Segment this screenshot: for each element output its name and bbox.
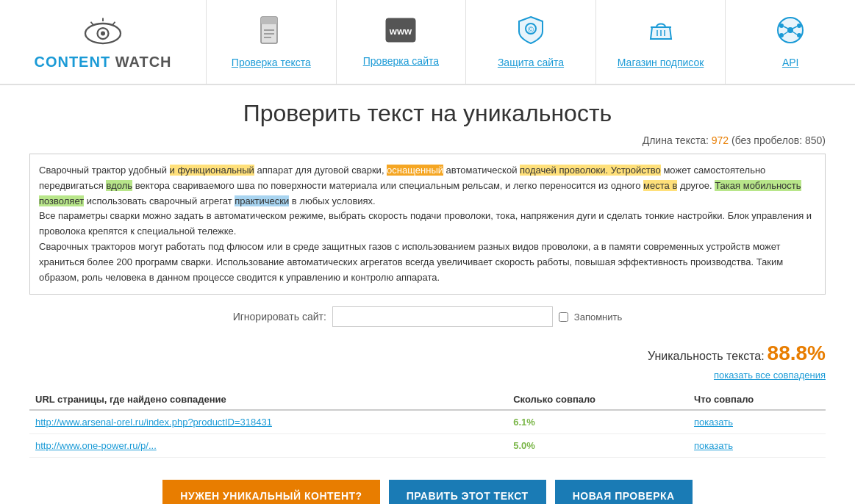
nav-shop-label: Магазин подписок	[618, 57, 704, 68]
svg-text:www: www	[389, 26, 412, 37]
result-url-2[interactable]: http://www.one-power.ru/p/...	[35, 440, 157, 451]
svg-point-21	[779, 24, 784, 28]
header: CONTENT WATCH Проверка текста www Провер…	[0, 0, 855, 85]
col-url-header: URL страницы, где найдено совпадение	[29, 389, 507, 410]
remember-checkbox[interactable]	[559, 312, 568, 322]
svg-point-23	[779, 33, 784, 37]
www-icon: www	[384, 17, 417, 49]
main-content: Проверить текст на уникальность Длина те…	[0, 85, 855, 504]
api-icon	[776, 15, 805, 51]
nav-api-label: API	[782, 57, 799, 68]
svg-rect-7	[261, 17, 277, 24]
svg-line-5	[113, 21, 115, 24]
nav-protect-site[interactable]: © Защита сайта	[465, 0, 595, 84]
text-length-no-spaces: (без пробелов: 850)	[731, 134, 826, 146]
svg-point-22	[797, 24, 801, 28]
svg-text:©: ©	[528, 25, 534, 34]
document-icon	[258, 15, 285, 51]
ignore-site-row: Игнорировать сайт: Запомнить	[29, 306, 826, 327]
show-all-matches-link[interactable]: показать все совпадения	[29, 370, 826, 381]
logo-watch-text: WATCH	[110, 54, 171, 70]
result-url-1[interactable]: http://www.arsenal-orel.ru/index.php?pro…	[35, 417, 272, 428]
svg-line-4	[91, 21, 93, 24]
uniqueness-section: Уникальность текста: 88.8%	[29, 342, 826, 365]
text-length-label: Длина текста:	[643, 134, 709, 146]
col-percent-header: Сколько совпало	[507, 389, 688, 410]
nav-check-site[interactable]: www Проверка сайта	[336, 0, 466, 84]
nav-check-text-label: Проверка текста	[232, 57, 311, 68]
result-percent-2: 5.0%	[513, 440, 535, 451]
text-length-info: Длина текста: 972 (без пробелов: 850)	[29, 134, 826, 146]
logo-area[interactable]: CONTENT WATCH	[0, 0, 206, 84]
ignore-label: Игнорировать сайт:	[233, 311, 326, 323]
uniqueness-label: Уникальность текста:	[648, 350, 765, 362]
col-action-header: Что совпало	[688, 389, 826, 410]
result-show-1[interactable]: показать	[694, 417, 733, 428]
logo-content-text: CONTENT	[34, 54, 110, 70]
svg-point-24	[797, 33, 801, 37]
svg-point-2	[101, 31, 105, 35]
logo-icon	[81, 14, 125, 51]
ignore-site-input[interactable]	[332, 306, 553, 327]
shield-icon: ©	[518, 15, 544, 51]
new-check-button[interactable]: НОВАЯ ПРОВЕРКА	[555, 480, 693, 504]
table-row: http://www.one-power.ru/p/... 5.0% показ…	[29, 434, 826, 458]
page-title: Проверить текст на уникальность	[29, 100, 826, 127]
nav-protect-site-label: Защита сайта	[498, 57, 564, 68]
nav-check-site-label: Проверка сайта	[363, 55, 439, 67]
text-content-area: Сварочный трактор удобный и функциональн…	[29, 154, 826, 295]
logo-text: CONTENT WATCH	[34, 54, 171, 71]
nav-check-text[interactable]: Проверка текста	[206, 0, 336, 84]
result-show-2[interactable]: показать	[694, 440, 733, 451]
result-percent-1: 6.1%	[513, 417, 535, 428]
basket-icon	[646, 15, 676, 51]
text-length-value: 972	[712, 134, 729, 146]
remember-label: Запомнить	[574, 312, 622, 323]
svg-point-20	[787, 27, 793, 33]
nav-shop[interactable]: Магазин подписок	[595, 0, 726, 84]
edit-text-button[interactable]: ПРАВИТЬ ЭТОТ ТЕКСТ	[389, 480, 546, 504]
nav-api[interactable]: API	[725, 0, 855, 84]
uniqueness-value: 88.8%	[768, 342, 826, 364]
results-table: URL страницы, где найдено совпадение Ско…	[29, 389, 826, 458]
need-unique-button[interactable]: НУЖЕН УНИКАЛЬНЫЙ КОНТЕНТ?	[162, 480, 379, 504]
buttons-row: НУЖЕН УНИКАЛЬНЫЙ КОНТЕНТ? ПРАВИТЬ ЭТОТ Т…	[29, 480, 826, 504]
table-row: http://www.arsenal-orel.ru/index.php?pro…	[29, 410, 826, 434]
